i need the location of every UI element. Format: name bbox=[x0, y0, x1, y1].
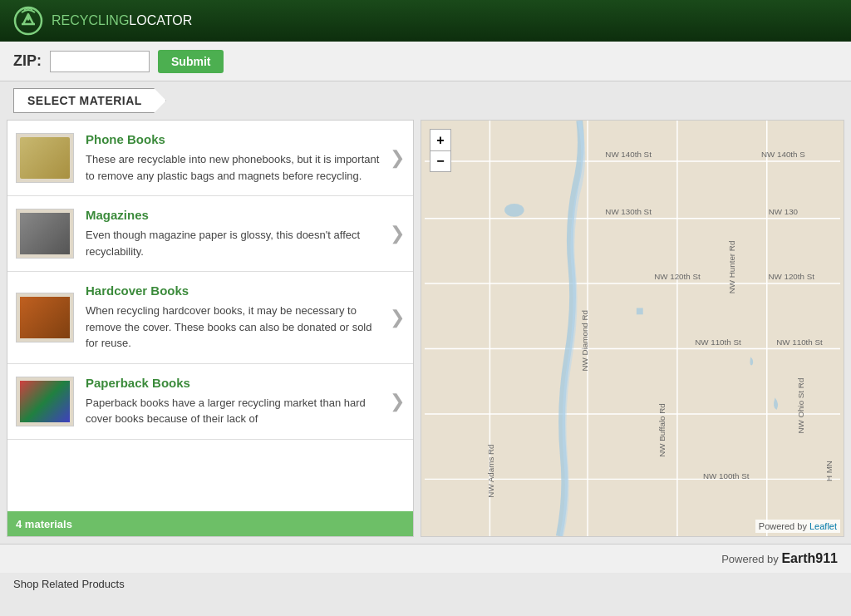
status-text: 4 materials bbox=[16, 518, 72, 530]
select-material-button[interactable]: SELECT MATERIAL bbox=[13, 88, 166, 113]
shop-related: Shop Related Products bbox=[0, 573, 851, 595]
logo-locator: LOCATOR bbox=[129, 13, 192, 27]
svg-text:H MN: H MN bbox=[824, 461, 834, 481]
material-arrow-icon: ❯ bbox=[390, 307, 405, 328]
svg-text:NW Hunter Rd: NW Hunter Rd bbox=[727, 241, 736, 294]
list-item[interactable]: Phone BooksThese are recyclable into new… bbox=[7, 121, 413, 196]
material-thumb bbox=[16, 209, 74, 259]
attribution-text: Powered by bbox=[759, 521, 809, 531]
footer-powered-by: Powered by bbox=[721, 553, 781, 565]
footer: Powered by Earth911 bbox=[0, 544, 851, 573]
material-arrow-icon: ❯ bbox=[390, 391, 405, 412]
material-info: MagazinesEven though magazine paper is g… bbox=[86, 208, 383, 259]
magazine-icon bbox=[20, 213, 70, 254]
material-info: Phone BooksThese are recyclable into new… bbox=[86, 132, 383, 184]
svg-text:NW 110th St: NW 110th St bbox=[776, 338, 823, 347]
material-name: Phone Books bbox=[86, 132, 383, 146]
logo-text: RECYCLINGLOCATOR bbox=[52, 13, 192, 28]
zip-input[interactable] bbox=[50, 51, 150, 72]
svg-text:NW Diamond Rd: NW Diamond Rd bbox=[580, 310, 589, 372]
svg-text:NW 130th St: NW 130th St bbox=[605, 207, 652, 216]
map-zoom-controls: + − bbox=[430, 129, 451, 172]
material-description: These are recyclable into new phonebooks… bbox=[86, 151, 383, 184]
status-bar: 4 materials bbox=[7, 511, 413, 536]
zoom-in-button[interactable]: + bbox=[430, 129, 451, 150]
list-item[interactable]: MagazinesEven though magazine paper is g… bbox=[7, 196, 413, 272]
svg-text:NW Ohio St Rd: NW Ohio St Rd bbox=[796, 378, 805, 434]
material-arrow-icon: ❯ bbox=[390, 147, 405, 169]
svg-text:NW Adams Rd: NW Adams Rd bbox=[486, 444, 495, 497]
header: RECYCLINGLOCATOR bbox=[0, 0, 851, 42]
svg-text:NW 120th St: NW 120th St bbox=[654, 272, 701, 281]
leaflet-link[interactable]: Leaflet bbox=[809, 521, 837, 531]
material-description: Paperback books have a larger recycling … bbox=[86, 395, 383, 427]
material-name: Hardcover Books bbox=[86, 283, 383, 298]
material-name: Paperback Books bbox=[86, 376, 383, 390]
material-arrow-icon: ❯ bbox=[390, 223, 405, 244]
map-panel: NW 140th St NW 140th S NW 130th St NW 13… bbox=[421, 120, 844, 537]
svg-text:NW 120th St: NW 120th St bbox=[768, 272, 814, 281]
hardcover-icon bbox=[20, 297, 70, 338]
svg-text:NW 110th St: NW 110th St bbox=[695, 338, 741, 347]
logo-recycling: RECYCLING bbox=[52, 13, 129, 27]
material-info: Paperback BooksPaperback books have a la… bbox=[86, 376, 383, 427]
phone-book-icon bbox=[20, 137, 70, 179]
submit-button[interactable]: Submit bbox=[158, 50, 224, 73]
zip-label: ZIP: bbox=[13, 52, 42, 70]
material-thumb bbox=[16, 293, 74, 342]
main-content: Phone BooksThese are recyclable into new… bbox=[0, 120, 851, 544]
svg-text:NW 100th St: NW 100th St bbox=[703, 471, 750, 480]
logo-icon bbox=[13, 6, 43, 36]
shop-related-label: Shop Related Products bbox=[13, 578, 125, 590]
material-thumb bbox=[16, 133, 74, 183]
svg-text:NW 140th S: NW 140th S bbox=[761, 150, 805, 159]
svg-text:NW 140th St: NW 140th St bbox=[605, 150, 652, 159]
svg-text:NW 130: NW 130 bbox=[769, 207, 799, 216]
zip-bar: ZIP: Submit bbox=[0, 42, 851, 81]
material-name: Magazines bbox=[86, 208, 383, 222]
material-description: When recycling hardcover books, it may b… bbox=[86, 303, 383, 352]
list-item[interactable]: Hardcover BooksWhen recycling hardcover … bbox=[7, 272, 413, 364]
footer-brand: Earth911 bbox=[781, 551, 838, 565]
svg-text:NW Buffalo Rd: NW Buffalo Rd bbox=[657, 403, 667, 457]
material-info: Hardcover BooksWhen recycling hardcover … bbox=[86, 283, 383, 352]
left-panel: Phone BooksThese are recyclable into new… bbox=[7, 120, 414, 537]
zoom-out-button[interactable]: − bbox=[430, 150, 451, 172]
material-description: Even though magazine paper is glossy, th… bbox=[86, 227, 383, 259]
material-thumb bbox=[16, 377, 74, 426]
list-item[interactable]: Paperback BooksPaperback books have a la… bbox=[7, 364, 413, 440]
materials-list[interactable]: Phone BooksThese are recyclable into new… bbox=[7, 121, 413, 511]
svg-point-27 bbox=[504, 204, 524, 217]
map-attribution: Powered by Leaflet bbox=[755, 520, 840, 533]
paperback-icon bbox=[20, 381, 70, 422]
select-material-section: SELECT MATERIAL bbox=[0, 81, 851, 120]
svg-rect-28 bbox=[637, 308, 643, 314]
map-svg: NW 140th St NW 140th S NW 130th St NW 13… bbox=[421, 121, 844, 536]
